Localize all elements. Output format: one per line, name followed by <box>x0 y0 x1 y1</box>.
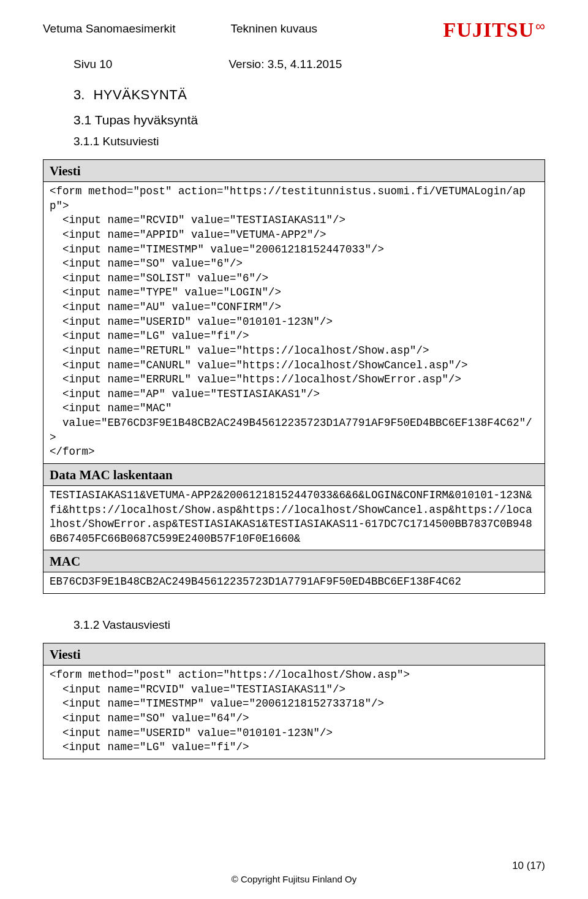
box2-viesti-content: <form method="post" action="https://loca… <box>43 666 545 759</box>
copyright-footer: © Copyright Fujitsu Finland Oy <box>0 874 588 884</box>
doc-title-left: Vetuma Sanomaesimerkit <box>43 22 176 36</box>
box1-viesti-label: Viesti <box>43 160 545 182</box>
kutsuviesti-box: Viesti <form method="post" action="https… <box>43 159 545 594</box>
logo-text: FUJITSU <box>443 18 535 41</box>
section-3-1-1-heading: 3.1.1 Kutsuviesti <box>74 135 545 148</box>
page-meta: Sivu 10 Versio: 3.5, 4.11.2015 <box>74 58 545 71</box>
section-3-1-2-title: Vastausviesti <box>103 618 171 631</box>
section-3-1-title: Tupas hyväksyntä <box>95 113 198 127</box>
header-titles: Vetuma Sanomaesimerkit Tekninen kuvaus <box>43 18 317 36</box>
page-counter: 10 (17) <box>512 860 545 872</box>
section-3-1-2-num: 3.1.2 <box>74 618 99 631</box>
box1-mac-label: MAC <box>43 550 545 572</box>
page-number-label: Sivu 10 <box>74 58 112 71</box>
fujitsu-logo: FUJITSU∞ <box>443 18 545 42</box>
vastausviesti-box: Viesti <form method="post" action="https… <box>43 643 545 759</box>
section-3-1-2-heading: 3.1.2 Vastausviesti <box>74 618 545 632</box>
section-3-1-num: 3.1 <box>74 113 91 127</box>
box1-data-mac-content: TESTIASIAKAS11&VETUMA-APP2&2006121815244… <box>43 486 545 550</box>
section-3-1-heading: 3.1 Tupas hyväksyntä <box>74 113 545 127</box>
version-label: Versio: 3.5, 4.11.2015 <box>228 58 342 71</box>
box2-viesti-label: Viesti <box>43 643 545 666</box>
section-3-heading: 3. HYVÄKSYNTÄ <box>74 87 545 103</box>
logo-infinity-icon: ∞ <box>535 18 545 34</box>
section-3-title: HYVÄKSYNTÄ <box>93 87 187 102</box>
box1-viesti-content: <form method="post" action="https://test… <box>43 182 545 463</box>
box1-data-mac-label: Data MAC laskentaan <box>43 463 545 486</box>
doc-title-right: Tekninen kuvaus <box>231 22 318 36</box>
page-header: Vetuma Sanomaesimerkit Tekninen kuvaus F… <box>43 18 545 42</box>
section-3-1-1-title: Kutsuviesti <box>103 135 159 148</box>
box1-mac-content: EB76CD3F9E1B48CB2AC249B45612235723D1A779… <box>43 572 545 593</box>
section-3-num: 3. <box>74 87 85 102</box>
section-3-1-1-num: 3.1.1 <box>74 135 99 148</box>
